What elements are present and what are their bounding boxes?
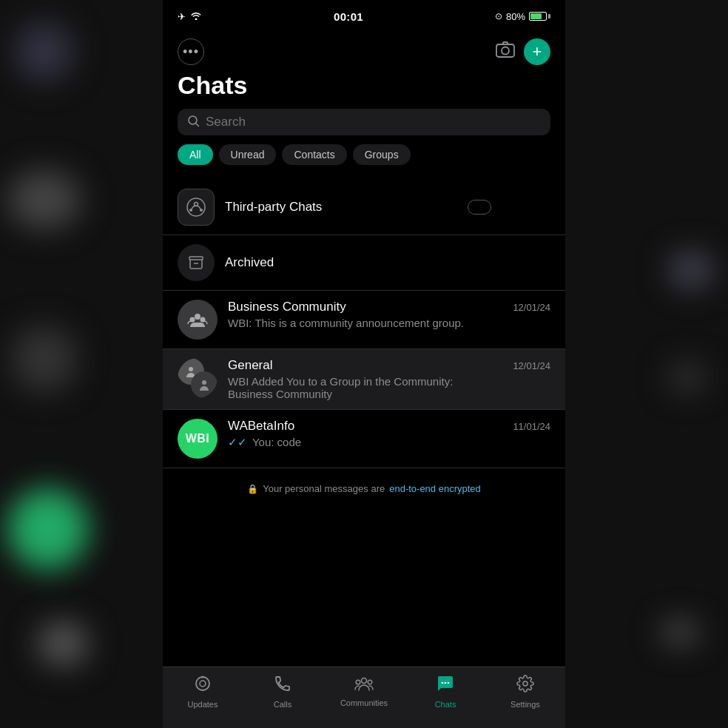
content-area: Third-party Chats ← Archived	[163, 180, 565, 667]
status-left: ✈	[178, 10, 202, 22]
chat-name-general: General	[228, 358, 272, 373]
chat-time-business: 12/01/24	[513, 302, 550, 313]
header-right-buttons: +	[496, 38, 550, 65]
svg-point-1	[502, 47, 509, 55]
avatar-wabetainfo: WBI	[178, 419, 218, 459]
third-party-row[interactable]: Third-party Chats ←	[163, 180, 565, 235]
svg-point-8	[195, 314, 200, 320]
tab-all[interactable]: All	[178, 144, 213, 165]
menu-button[interactable]: •••	[178, 38, 204, 65]
archived-row[interactable]: Archived	[163, 235, 565, 291]
svg-point-21	[448, 682, 450, 684]
chat-item-business-community[interactable]: Business Community 12/01/24 WBI: This is…	[163, 291, 565, 349]
svg-point-6	[200, 209, 203, 212]
chat-item-general[interactable]: General 12/01/24 WBI Added You to a Grou…	[163, 349, 565, 410]
svg-point-16	[361, 678, 366, 684]
svg-point-4	[195, 203, 198, 206]
svg-rect-0	[496, 44, 514, 57]
battery-indicator	[529, 12, 550, 21]
nav-calls[interactable]: Calls	[260, 675, 305, 709]
wbi-message: code	[277, 436, 302, 448]
search-input[interactable]	[206, 115, 540, 129]
chat-time-general: 12/01/24	[513, 360, 550, 371]
svg-point-5	[189, 209, 192, 212]
chat-item-wabetainfo[interactable]: WBI WABetaInfo 11/01/24 ✓✓ You: code	[163, 410, 565, 468]
chat-name-wbi: WABetaInfo	[228, 419, 294, 434]
chat-name-business: Business Community	[228, 300, 346, 314]
new-chat-button[interactable]: +	[524, 38, 550, 65]
avatar-general	[178, 358, 218, 398]
chat-preview-wbi: ✓✓ You: code	[228, 436, 550, 449]
third-party-icon	[178, 189, 215, 226]
menu-dots-icon: •••	[183, 44, 199, 60]
blur-right-panel	[565, 0, 728, 728]
location-icon: ⊙	[495, 11, 502, 21]
tab-groups[interactable]: Groups	[353, 144, 411, 165]
chat-preview-general: WBI Added You to a Group in the Communit…	[228, 375, 550, 400]
nav-chats[interactable]: Chats	[423, 675, 468, 709]
encryption-link[interactable]: end-to-end encrypted	[389, 483, 481, 494]
communities-label: Communities	[340, 698, 388, 707]
status-time: 00:01	[334, 10, 363, 23]
chat-time-wbi: 11/01/24	[513, 421, 550, 432]
plane-icon: ✈	[178, 11, 186, 22]
encryption-notice: 🔒 Your personal messages are end-to-end …	[163, 468, 565, 509]
svg-point-15	[201, 676, 203, 678]
avatar-wbi-text: WBI	[186, 432, 210, 445]
blur-left-panel	[0, 0, 163, 728]
chat-preview-general-line2: Business Community	[228, 388, 332, 400]
svg-point-3	[187, 198, 205, 216]
archived-label: Archived	[225, 255, 274, 270]
tab-contacts[interactable]: Contacts	[282, 144, 346, 165]
updates-icon	[194, 675, 212, 697]
svg-point-18	[368, 680, 372, 684]
camera-button[interactable]	[496, 41, 515, 62]
chat-preview-general-line1: WBI Added You to a Group in the Communit…	[228, 375, 453, 388]
wifi-icon	[190, 10, 202, 22]
third-party-label: Third-party Chats	[225, 200, 322, 215]
chats-icon	[437, 675, 454, 697]
calls-icon	[274, 675, 291, 697]
chat-content-business: Business Community 12/01/24 WBI: This is…	[228, 300, 550, 329]
plus-icon: +	[533, 44, 542, 60]
svg-point-13	[196, 677, 209, 690]
status-bar: ✈ 00:01 ⊙ 80%	[163, 0, 565, 33]
avatar-stack-front	[191, 371, 218, 398]
svg-point-20	[445, 682, 447, 684]
archive-icon	[178, 244, 215, 281]
svg-point-14	[200, 681, 206, 687]
settings-label: Settings	[510, 700, 540, 709]
chats-label: Chats	[435, 700, 456, 709]
communities-icon	[354, 675, 374, 695]
svg-point-12	[202, 380, 206, 385]
you-prefix: You:	[252, 436, 277, 448]
svg-point-17	[356, 680, 360, 684]
svg-point-11	[189, 367, 193, 371]
settings-icon	[516, 675, 534, 697]
chat-content-general: General 12/01/24 WBI Added You to a Grou…	[228, 358, 550, 400]
search-icon	[188, 115, 200, 129]
encryption-text: Your personal messages are	[263, 483, 385, 494]
status-right: ⊙ 80%	[495, 11, 550, 22]
header: ••• + Chats	[163, 33, 565, 180]
lock-icon: 🔒	[247, 484, 258, 494]
filter-tabs: All Unread Contacts Groups	[178, 144, 550, 165]
third-party-toggle[interactable]	[468, 200, 491, 215]
bottom-nav: Updates Calls Com	[163, 667, 565, 728]
updates-label: Updates	[187, 700, 218, 709]
search-bar[interactable]	[178, 109, 550, 135]
svg-point-2	[189, 116, 197, 124]
nav-settings[interactable]: Settings	[503, 675, 547, 709]
page-title: Chats	[178, 71, 550, 100]
nav-communities[interactable]: Communities	[340, 675, 388, 707]
svg-point-19	[442, 682, 444, 684]
svg-point-22	[523, 681, 528, 686]
nav-updates[interactable]: Updates	[181, 675, 225, 709]
svg-rect-7	[189, 257, 203, 260]
tab-unread[interactable]: Unread	[219, 144, 277, 165]
avatar-business-community	[178, 300, 218, 340]
chat-content-wbi: WABetaInfo 11/01/24 ✓✓ You: code	[228, 419, 550, 449]
calls-label: Calls	[274, 700, 291, 709]
chat-preview-business: WBI: This is a community announcement gr…	[228, 317, 550, 329]
double-check-icon: ✓✓	[228, 436, 247, 448]
